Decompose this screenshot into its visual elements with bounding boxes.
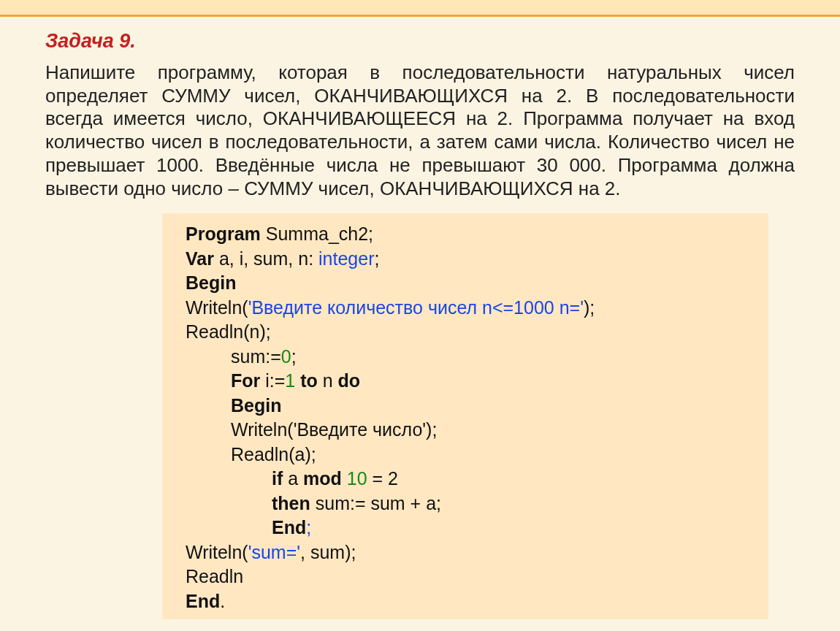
kw-if: if: [272, 468, 283, 489]
code-line-4: Writeln('Введите количество чисел n<=100…: [186, 296, 748, 321]
code-text: sum:= sum + a;: [310, 493, 441, 513]
code-line-3: Begin: [186, 271, 748, 296]
task-description: Напишите программу, которая в последоват…: [45, 61, 795, 200]
code-line-2: Var a, i, sum, n: integer;: [186, 247, 748, 272]
code-text: Summa_ch2;: [261, 223, 373, 244]
num-literal: 1: [285, 370, 295, 391]
code-line-11: if a mod 10 = 2: [186, 467, 748, 492]
code-text: Writeln('Введите число');: [231, 419, 437, 440]
string-literal: 'Введите количество чисел n<=1000 n=': [248, 297, 584, 318]
kw-for: For: [231, 370, 260, 391]
kw-mod: mod: [303, 468, 342, 489]
code-line-9: Writeln('Введите число');: [186, 418, 748, 443]
code-line-14: Writeln('sum=', sum);: [186, 540, 748, 565]
top-accent-bar: [0, 0, 840, 17]
num-literal: 10: [347, 468, 367, 489]
slide-content: Задача 9. Напишите программу, которая в …: [0, 17, 840, 619]
code-text: a, i, sum, n:: [214, 248, 318, 269]
code-line-15: Readln: [186, 565, 748, 589]
code-text: [342, 468, 347, 489]
code-text: ;: [306, 517, 311, 538]
code-line-8: Begin: [186, 394, 748, 418]
kw-do: do: [338, 370, 361, 391]
code-text: sum:=: [231, 346, 281, 367]
code-text: a: [283, 468, 303, 489]
code-line-16: End.: [186, 589, 748, 614]
code-text: , sum);: [300, 542, 356, 562]
code-text: Readln(n);: [186, 321, 271, 342]
code-text: Writeln(: [186, 297, 248, 318]
kw-program: Program: [186, 223, 261, 244]
kw-to: to: [295, 370, 323, 391]
code-text: i:=: [260, 370, 285, 391]
code-text: ;: [375, 248, 380, 269]
code-text: .: [220, 591, 225, 611]
code-line-1: Program Summa_ch2;: [186, 222, 748, 247]
kw-var: Var: [186, 248, 214, 269]
kw-begin: Begin: [186, 272, 236, 293]
num-literal: 0: [281, 346, 291, 367]
code-line-10: Readln(a);: [186, 443, 748, 467]
kw-end: End: [272, 517, 306, 538]
code-text: ;: [291, 346, 297, 367]
code-line-5: Readln(n);: [186, 320, 748, 345]
type-integer: integer: [318, 248, 374, 269]
code-text: Readln(a);: [231, 444, 316, 464]
code-text: Writeln(: [186, 542, 248, 562]
string-literal: 'sum=': [248, 542, 300, 562]
code-block: Program Summa_ch2; Var a, i, sum, n: int…: [162, 213, 768, 619]
code-line-12: then sum:= sum + a;: [186, 492, 748, 516]
code-line-6: sum:=0;: [186, 345, 748, 370]
code-line-7: For i:=1 to n do: [186, 369, 748, 394]
task-title: Задача 9.: [45, 30, 795, 53]
code-text: = 2: [367, 468, 398, 489]
kw-then: then: [272, 493, 310, 513]
code-text: Readln: [186, 566, 243, 586]
code-line-13: End;: [186, 516, 748, 540]
code-text: );: [584, 297, 595, 318]
kw-begin: Begin: [231, 395, 281, 416]
kw-end: End: [186, 591, 220, 611]
code-text: n: [323, 370, 338, 391]
